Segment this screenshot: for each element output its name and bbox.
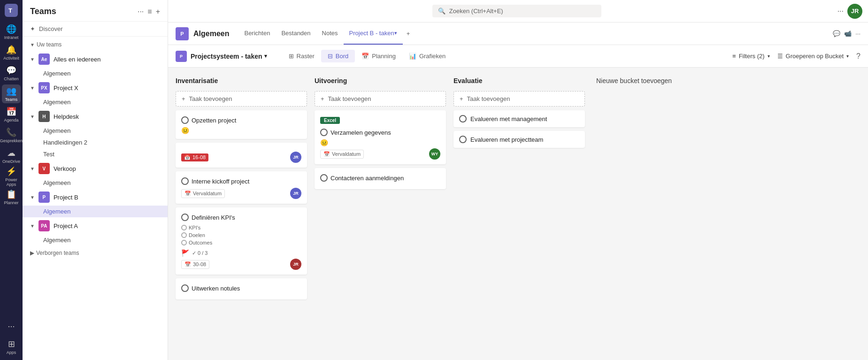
bucket-header-evaluatie: Evaluatie [453,75,585,86]
calendar-icon: 📅 [184,261,191,268]
team-item-projecta[interactable]: ▼ PA Project A [23,217,168,234]
task-title: Contacteren aanmeldingen [330,175,404,182]
bucket-header-inventarisatie: Inventarisatie [176,75,307,86]
tab-bestanden[interactable]: Bestanden [276,23,316,45]
team-name-alles: Alles en iedereen [54,56,100,63]
bucket-uitvoering: Uitvoering + Taak toevoegen Excel Verzam… [315,75,446,193]
discover-button[interactable]: ✦ Discover [23,22,168,37]
hidden-teams-button[interactable]: ▶ Verborgen teams [23,246,168,260]
add-task-evaluatie[interactable]: + Taak toevoegen [453,91,585,107]
channel-projectb-algemeen[interactable]: Algemeen [23,206,168,217]
task-assignee-avatar: WY [429,148,440,160]
channel-helpdesk-test[interactable]: Test [23,148,168,160]
team-item-helpdesk[interactable]: ▼ H Helpdesk [23,108,168,125]
task-assignee-avatar: JR [290,188,301,199]
team-name-verkoop: Verkoop [54,165,76,172]
channel-helpdesk-algemeen[interactable]: Algemeen [23,125,168,137]
top-bar-right: ··· JR [837,4,862,19]
sidebar-item-onedrive[interactable]: ☁ OneDrive [2,146,21,165]
sidebar-item-planner[interactable]: 📋 Planner [2,188,21,207]
user-avatar[interactable]: JR [847,4,862,19]
teams-add-icon[interactable]: + [156,8,160,16]
uw-teams-section[interactable]: ▼ Uw teams [23,38,168,51]
teams-list: ▼ Uw teams ▼ Ae Alles en iedereen Algeme… [23,37,168,360]
task-card[interactable]: Uitwerken notules [176,278,307,299]
more-header-icon[interactable]: ··· [855,30,860,37]
task-date-normal: 📅 Vervaldatum [320,150,364,159]
tab-notes[interactable]: Notes [316,23,344,45]
planner-bar: P Projectsysteem - taken ▾ ⊞ Raster ⊟ Bo… [168,45,868,68]
sidebar-item-agenda[interactable]: 📅 Agenda [2,105,21,124]
channel-verkoop-algemeen[interactable]: Algemeen [23,177,168,189]
task-card[interactable]: Interne kickoff project 📅 Vervaldatum JR [176,171,307,204]
view-bord[interactable]: ⊟ Bord [321,50,355,62]
more-options-icon[interactable]: ··· [837,7,844,15]
subtask-circle [181,240,187,245]
task-date-normal: 📅 Vervaldatum [181,189,225,198]
tab-project-b-taken[interactable]: Project B - taken ▾ [344,23,403,45]
main-content: 🔍 Zoeken (Ctrl+Alt+E) ··· JR P Algemeen … [168,0,868,360]
channel-alles-algemeen[interactable]: Algemeen [23,68,168,79]
team-item-alles[interactable]: ▼ Ae Alles en iedereen [23,51,168,68]
task-meta: 📅 16-08 JR [181,152,301,163]
face-icon: 😐 [320,139,328,146]
channel-helpdesk-handleidingen[interactable]: Handleidingen 2 [23,137,168,148]
task-meta-date: 📅 30-08 JR [181,259,301,270]
team-chevron: ▼ [30,166,35,171]
task-title: Uitwerken notules [192,285,240,292]
sidebar-item-intranet[interactable]: 🌐 Intranet [2,23,21,41]
team-chevron: ▼ [30,195,35,200]
task-title: Evalueren met projectteam [470,136,543,143]
task-card[interactable]: Excel Verzamelen gegevens 😐 📅 Vervaldatu… [315,110,446,164]
channel-header: P Algemeen Berichten Bestanden Notes Pro… [168,23,868,45]
task-card[interactable]: 📅 16-08 JR [176,143,307,168]
channel-projectx-algemeen[interactable]: Algemeen [23,96,168,108]
channel-header-avatar: P [176,27,189,40]
face-icon: 😐 [181,127,189,134]
team-chevron: ▼ [30,57,35,62]
add-tab-button[interactable]: + [403,30,414,37]
team-item-projectx[interactable]: ▼ PX Project X [23,79,168,96]
team-item-verkoop[interactable]: ▼ V Verkoop [23,160,168,177]
sidebar-item-powerapps[interactable]: ⚡ Power Apps [2,167,21,186]
planner-avatar: P [176,51,187,62]
channel-projecta-algemeen[interactable]: Algemeen [23,234,168,246]
team-item-projectb[interactable]: ▼ P Project B [23,189,168,206]
sidebar-item-calls[interactable]: 📞 Gesprekken [2,126,21,145]
sidebar-item-apps[interactable]: ⊞ Apps [2,337,21,356]
planner-bar-right: ≡ Filters (2) ▾ ☰ Groeperen op Bucket ▾ … [732,52,860,61]
view-raster[interactable]: ⊞ Raster [282,50,321,62]
teams-more-icon[interactable]: ··· [138,8,144,16]
task-card[interactable]: Definiëren KPI's KPI's Doelen Outcomes 🚩 [176,207,307,275]
team-name-projectx: Project X [54,84,78,92]
add-icon: + [460,95,463,102]
sidebar-item-teams[interactable]: 👥 Teams [2,84,21,103]
section-label: Uw teams [37,41,61,48]
tab-berichten[interactable]: Berichten [238,23,276,45]
add-task-uitvoering[interactable]: + Taak toevoegen [315,91,446,107]
group-button[interactable]: ☰ Groeperen op Bucket ▾ [777,53,849,60]
filters-button[interactable]: ≡ Filters (2) ▾ [732,53,769,60]
discover-icon: ✦ [30,25,35,32]
plan-name[interactable]: Projectsysteem - taken ▾ [191,53,267,60]
view-grafieken[interactable]: 📊 Grafieken [402,50,452,62]
help-button[interactable]: ? [856,52,860,61]
search-box[interactable]: 🔍 Zoeken (Ctrl+Alt+E) [432,5,601,17]
video-icon[interactable]: 📹 [844,30,852,37]
task-circle [181,284,189,292]
sidebar-item-chat[interactable]: 💬 Chatten [2,64,21,83]
view-planning[interactable]: 📅 Planning [355,50,402,62]
task-card[interactable]: Evalueren met management [453,110,585,127]
add-task-inventarisatie[interactable]: + Taak toevoegen [176,91,307,107]
new-bucket-button[interactable]: Nieuwe bucket toevoegen [592,75,724,86]
sidebar-item-more[interactable]: ··· [2,317,21,336]
task-card[interactable]: Evalueren met projectteam [453,131,585,148]
subtask-circle [181,232,187,238]
add-icon: + [182,95,185,102]
task-card[interactable]: Opzetten project 😐 [176,110,307,139]
chat-icon-header[interactable]: 💬 [833,30,840,37]
task-card[interactable]: Contacteren aanmeldingen [315,168,446,189]
teams-filter-icon[interactable]: ≡ [147,8,152,16]
subtask-circle [181,225,187,230]
sidebar-item-activity[interactable]: 🔔 Activiteit [2,43,21,62]
